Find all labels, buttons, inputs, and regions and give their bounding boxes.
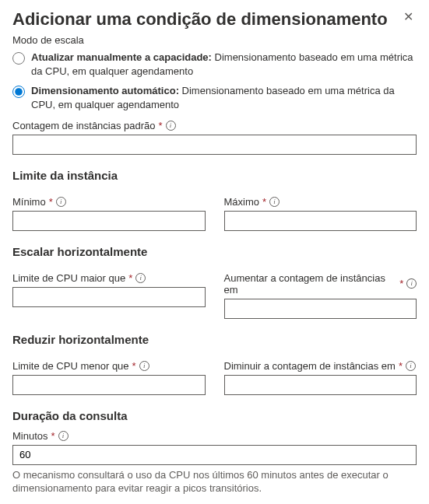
max-input[interactable] (224, 211, 417, 231)
info-icon[interactable]: i (139, 361, 149, 371)
scale-mode-auto-radio[interactable] (12, 86, 25, 98)
info-icon[interactable]: i (269, 197, 280, 207)
scale-in-heading: Reduzir horizontalmente (12, 333, 417, 346)
minutes-label: Minutos* i (12, 430, 417, 442)
cpu-greater-label: Limite de CPU maior que* i (12, 272, 206, 284)
info-icon[interactable]: i (406, 361, 416, 371)
max-label: Máximo* i (224, 196, 417, 208)
cpu-greater-input[interactable] (12, 287, 206, 307)
increase-by-label: Aumentar a contagem de instâncias em* i (224, 272, 417, 296)
scale-mode-auto-text: Dimensionamento automático: Dimensioname… (31, 84, 417, 111)
default-count-label: Contagem de instâncias padrão* i (12, 120, 417, 131)
scale-mode-manual[interactable]: Atualizar manualmente a capacidade: Dime… (12, 51, 417, 78)
decrease-by-label: Diminuir a contagem de instâncias em* i (224, 360, 417, 372)
scale-mode-auto[interactable]: Dimensionamento automático: Dimensioname… (12, 84, 417, 111)
scale-mode-manual-radio[interactable] (12, 52, 25, 65)
instance-limit-heading: Limite da instância (12, 169, 417, 182)
info-icon[interactable]: i (135, 273, 146, 283)
info-icon[interactable]: i (58, 431, 69, 441)
info-icon[interactable]: i (56, 197, 66, 207)
decrease-by-input[interactable] (224, 375, 417, 395)
info-icon[interactable]: i (406, 278, 417, 289)
info-icon[interactable]: i (166, 121, 176, 131)
scale-mode-manual-text: Atualizar manualmente a capacidade: Dime… (31, 51, 417, 78)
page-title: Adicionar uma condição de dimensionament… (12, 9, 388, 30)
min-label: Mínimo* i (12, 196, 206, 208)
increase-by-input[interactable] (224, 299, 417, 319)
close-icon[interactable]: ✕ (400, 9, 417, 25)
default-count-input[interactable] (12, 135, 417, 155)
query-duration-heading: Duração da consulta (12, 409, 417, 422)
cpu-less-label: Limite de CPU menor que* i (12, 360, 206, 372)
scale-mode-label: Modo de escala (12, 34, 417, 46)
query-duration-help: O mecanismo consultará o uso da CPU nos … (12, 468, 417, 495)
cpu-less-input[interactable] (12, 375, 206, 395)
minutes-input[interactable] (12, 445, 417, 465)
min-input[interactable] (12, 211, 206, 231)
scale-out-heading: Escalar horizontalmente (12, 245, 417, 258)
